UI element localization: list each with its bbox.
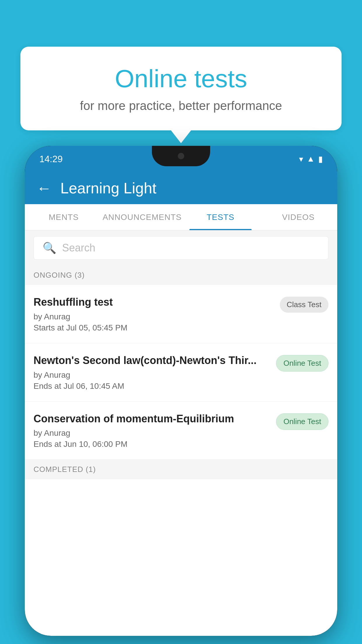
status-icons: ▾ ▲ ▮ [299,154,323,164]
tab-announcements[interactable]: ANNOUNCEMENTS [103,204,182,230]
test-item-reshuffling[interactable]: Reshuffling test by Anurag Starts at Jul… [25,285,337,343]
test-time-label-3: Ends at [34,440,61,449]
search-icon: 🔍 [43,242,56,254]
phone-notch [152,146,210,166]
test-author-1: by Anurag [34,312,274,321]
battery-icon: ▮ [318,154,323,164]
search-placeholder: Search [62,242,95,254]
app-bar: ← Learning Light [25,172,337,204]
test-badge-3: Online Test [276,413,328,430]
test-info-2: Newton's Second law(contd)-Newton's Thir… [34,354,270,391]
phone-container: 14:29 ▾ ▲ ▮ ← Learning Light MENTS [25,146,337,644]
phone-frame: 14:29 ▾ ▲ ▮ ← Learning Light MENTS [25,146,337,636]
speech-bubble-title: Online tests [44,64,318,93]
tab-tests[interactable]: TESTS [182,204,259,230]
test-time-1: Starts at Jul 05, 05:45 PM [34,323,274,332]
test-author-3: by Anurag [34,428,270,438]
test-time-value-3: Jun 10, 06:00 PM [64,440,127,449]
test-title-3: Conservation of momentum-Equilibrium [34,412,270,426]
test-info-3: Conservation of momentum-Equilibrium by … [34,412,270,449]
test-badge-2: Online Test [276,355,328,372]
speech-bubble: Online tests for more practice, better p… [20,47,342,130]
speech-bubble-subtitle: for more practice, better performance [44,99,318,113]
status-time: 14:29 [39,154,63,164]
test-badge-1: Class Test [280,297,328,313]
test-time-2: Ends at Jul 06, 10:45 AM [34,382,270,391]
test-author-2: by Anurag [34,370,270,380]
test-title-1: Reshuffling test [34,295,274,309]
wifi-icon: ▾ [299,154,303,164]
tab-ments[interactable]: MENTS [25,204,103,230]
test-time-label-2: Ends at [34,382,61,391]
camera-dot [178,153,184,159]
test-title-2: Newton's Second law(contd)-Newton's Thir… [34,354,270,368]
test-time-value-1: Jul 05, 05:45 PM [66,323,127,332]
signal-icon: ▲ [307,154,315,164]
search-bar[interactable]: 🔍 Search [34,236,328,260]
completed-section-header: COMPLETED (1) [25,460,337,479]
test-info-1: Reshuffling test by Anurag Starts at Jul… [34,295,274,332]
phone-screen: MENTS ANNOUNCEMENTS TESTS VIDEOS 🔍 Searc… [25,204,337,636]
search-container: 🔍 Search [25,230,337,265]
status-bar: 14:29 ▾ ▲ ▮ [25,146,337,172]
test-item-newton[interactable]: Newton's Second law(contd)-Newton's Thir… [25,343,337,402]
test-item-conservation[interactable]: Conservation of momentum-Equilibrium by … [25,402,337,460]
tab-videos[interactable]: VIDEOS [259,204,337,230]
test-time-value-2: Jul 06, 10:45 AM [64,382,124,391]
speech-bubble-container: Online tests for more practice, better p… [20,47,342,130]
back-button[interactable]: ← [36,179,52,197]
test-time-3: Ends at Jun 10, 06:00 PM [34,440,270,449]
ongoing-section-header: ONGOING (3) [25,265,337,285]
test-time-label-1: Starts at [34,323,64,332]
app-bar-title: Learning Light [60,179,157,197]
tabs-container: MENTS ANNOUNCEMENTS TESTS VIDEOS [25,204,337,230]
